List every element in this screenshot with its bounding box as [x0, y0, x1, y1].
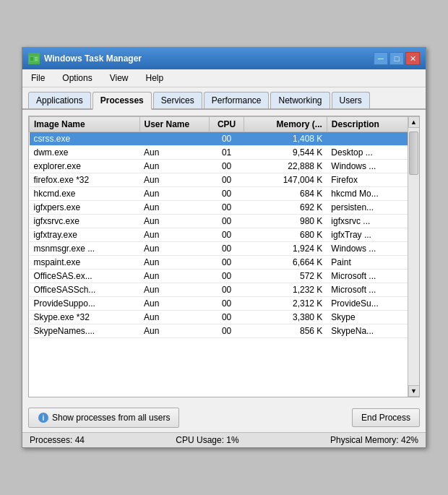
- col-header-user[interactable]: User Name: [139, 117, 209, 132]
- table-cell: Aun: [139, 324, 209, 338]
- table-cell: 00: [209, 160, 244, 173]
- table-row[interactable]: ProvideSuppo...Aun002,312 KProvideSu...: [30, 297, 419, 311]
- table-row[interactable]: SkypeNames....Aun00856 KSkypeNa...: [30, 324, 419, 338]
- title-bar-buttons: ─ □ ✕: [374, 52, 420, 65]
- table-cell: explorer.exe: [30, 160, 140, 173]
- window-title: Windows Task Manager: [44, 53, 142, 64]
- col-header-cpu[interactable]: CPU: [209, 117, 244, 132]
- menu-file[interactable]: File: [27, 72, 49, 85]
- table-cell: 00: [209, 324, 244, 338]
- tabs-bar: Applications Processes Services Performa…: [22, 87, 426, 110]
- status-cpu: CPU Usage: 1%: [176, 435, 238, 445]
- table-cell: hkcmd Mo...: [327, 187, 418, 201]
- table-cell: firefox.exe *32: [30, 173, 140, 187]
- close-button[interactable]: ✕: [405, 52, 420, 65]
- table-cell: 980 K: [244, 215, 327, 228]
- table-row[interactable]: msnmsgr.exe ...Aun001,924 KWindows ...: [30, 242, 419, 256]
- table-cell: Aun: [139, 311, 209, 324]
- table-cell: 692 K: [244, 201, 327, 215]
- table-cell: persisten...: [327, 201, 418, 215]
- menu-options[interactable]: Options: [58, 72, 96, 85]
- table-row[interactable]: igfxsrvc.exeAun00980 Kigfxsrvc ...: [30, 215, 419, 228]
- table-cell: SkypeNa...: [327, 324, 418, 338]
- table-cell: [327, 132, 418, 146]
- scrollbar[interactable]: ▲ ▼: [408, 116, 419, 397]
- scroll-track[interactable]: [408, 128, 419, 385]
- svg-rect-3: [35, 59, 38, 61]
- table-row[interactable]: csrss.exe001,408 K: [30, 132, 419, 146]
- table-cell: Skype.exe *32: [30, 311, 140, 324]
- svg-rect-2: [35, 57, 38, 59]
- table-cell: 22,888 K: [244, 160, 327, 173]
- table-cell: [139, 132, 209, 146]
- table-cell: 1,924 K: [244, 242, 327, 256]
- scroll-down[interactable]: ▼: [408, 385, 420, 397]
- scroll-thumb[interactable]: [409, 132, 418, 175]
- title-bar-left: Windows Task Manager: [28, 53, 142, 64]
- title-bar: Windows Task Manager ─ □ ✕: [22, 48, 426, 69]
- table-cell: Skype: [327, 311, 418, 324]
- end-process-button[interactable]: End Process: [352, 408, 420, 427]
- table-cell: hkcmd.exe: [30, 187, 140, 201]
- tab-applications[interactable]: Applications: [28, 92, 91, 108]
- table-cell: OfficeSAS.ex...: [30, 270, 140, 283]
- table-cell: 00: [209, 256, 244, 270]
- table-cell: igfxpers.exe: [30, 201, 140, 215]
- col-header-image[interactable]: Image Name: [30, 117, 140, 132]
- table-cell: igfxTray ...: [327, 228, 418, 242]
- table-cell: 00: [209, 201, 244, 215]
- table-cell: Microsoft ...: [327, 283, 418, 297]
- svg-text:i: i: [43, 414, 45, 422]
- table-row[interactable]: firefox.exe *32Aun00147,004 KFirefox: [30, 173, 419, 187]
- table-cell: 00: [209, 242, 244, 256]
- table-row[interactable]: mspaint.exeAun006,664 KPaint: [30, 256, 419, 270]
- table-cell: 2,312 K: [244, 297, 327, 311]
- scroll-up[interactable]: ▲: [408, 116, 420, 128]
- table-row[interactable]: igfxtray.exeAun00680 KigfxTray ...: [30, 228, 419, 242]
- table-cell: Paint: [327, 256, 418, 270]
- table-row[interactable]: hkcmd.exeAun00684 Khkcmd Mo...: [30, 187, 419, 201]
- table-cell: 00: [209, 173, 244, 187]
- minimize-button[interactable]: ─: [374, 52, 388, 65]
- show-all-processes-button[interactable]: i Show processes from all users: [28, 408, 179, 428]
- tab-networking[interactable]: Networking: [270, 92, 329, 108]
- table-row[interactable]: igfxpers.exeAun00692 Kpersisten...: [30, 201, 419, 215]
- table-cell: 1,408 K: [244, 132, 327, 146]
- col-header-desc[interactable]: Description: [327, 117, 418, 132]
- table-cell: Aun: [139, 187, 209, 201]
- table-row[interactable]: Skype.exe *32Aun003,380 KSkype: [30, 311, 419, 324]
- table-cell: Aun: [139, 283, 209, 297]
- table-cell: Windows ...: [327, 242, 418, 256]
- table-cell: 00: [209, 311, 244, 324]
- bottom-bar: i Show processes from all users End Proc…: [22, 403, 426, 432]
- table-cell: igfxtray.exe: [30, 228, 140, 242]
- tab-users[interactable]: Users: [332, 92, 370, 108]
- table-row[interactable]: explorer.exeAun0022,888 KWindows ...: [30, 160, 419, 173]
- col-header-memory[interactable]: Memory (...: [244, 117, 327, 132]
- tab-services[interactable]: Services: [153, 92, 202, 108]
- tab-performance[interactable]: Performance: [204, 92, 270, 108]
- table-row[interactable]: OfficeSASSch...Aun001,232 KMicrosoft ...: [30, 283, 419, 297]
- table-cell: 680 K: [244, 228, 327, 242]
- table-row[interactable]: OfficeSAS.ex...Aun00572 KMicrosoft ...: [30, 270, 419, 283]
- process-table-wrapper: Image Name User Name CPU Memory (... Des…: [28, 116, 420, 397]
- table-cell: 3,380 K: [244, 311, 327, 324]
- table-cell: 6,664 K: [244, 256, 327, 270]
- table-cell: 856 K: [244, 324, 327, 338]
- table-cell: 572 K: [244, 270, 327, 283]
- table-cell: Aun: [139, 228, 209, 242]
- menu-bar: File Options View Help: [22, 69, 426, 87]
- table-cell: 147,004 K: [244, 173, 327, 187]
- table-cell: 00: [209, 283, 244, 297]
- menu-help[interactable]: Help: [142, 72, 168, 85]
- menu-view[interactable]: View: [105, 72, 133, 85]
- table-row[interactable]: dwm.exeAun019,544 KDesktop ...: [30, 146, 419, 160]
- table-cell: Aun: [139, 160, 209, 173]
- table-cell: SkypeNames....: [30, 324, 140, 338]
- table-cell: 1,232 K: [244, 283, 327, 297]
- table-cell: 00: [209, 187, 244, 201]
- status-bar: Processes: 44 CPU Usage: 1% Physical Mem…: [22, 432, 426, 447]
- tab-processes[interactable]: Processes: [92, 92, 152, 110]
- table-cell: Aun: [139, 256, 209, 270]
- maximize-button[interactable]: □: [389, 52, 404, 65]
